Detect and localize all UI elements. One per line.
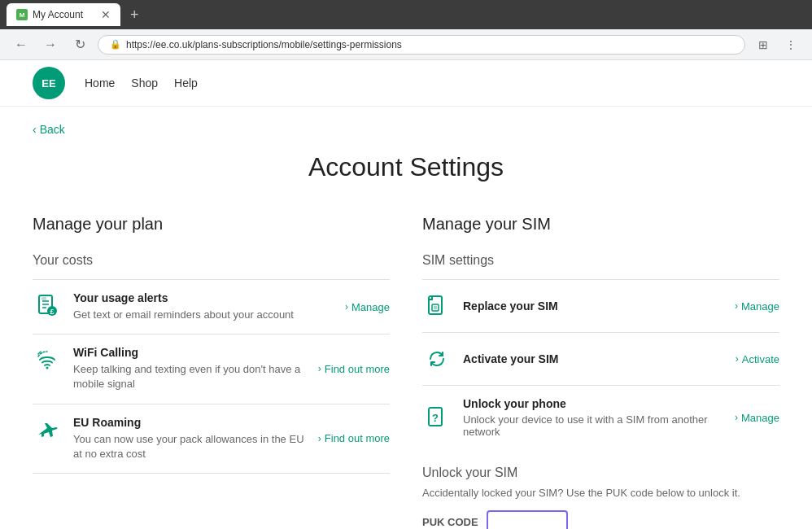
menu-button[interactable]: ⋮ <box>779 33 802 56</box>
svg-rect-10 <box>434 306 437 309</box>
question-sim-icon: ? <box>422 403 452 432</box>
new-tab-button[interactable]: + <box>130 7 139 24</box>
wifi-icon <box>33 346 62 375</box>
chevron-right-icon: › <box>735 412 738 423</box>
chevron-right-icon: › <box>318 433 321 444</box>
replace-sim-content: Replace your SIM <box>463 299 723 313</box>
back-button[interactable]: ← <box>10 33 33 56</box>
unlock-sim-desc: Accidentally locked your SIM? Use the PU… <box>422 487 779 499</box>
replace-sim-action-label: Manage <box>741 300 779 313</box>
site-nav: Home Shop Help <box>85 77 198 90</box>
browser-tab-bar: M My Account ✕ + <box>0 0 812 29</box>
site-header: EE Home Shop Help <box>0 60 812 107</box>
browser-action-icons: ⊞ ⋮ <box>752 33 802 56</box>
usage-alerts-desc: Get text or email reminders about your a… <box>73 308 334 322</box>
sim-settings-subtitle: SIM settings <box>422 253 779 268</box>
nav-help[interactable]: Help <box>174 77 198 90</box>
svg-rect-4 <box>41 297 46 300</box>
refresh-icon <box>422 344 452 374</box>
url-text: https://ee.co.uk/plans-subscriptions/mob… <box>126 39 402 50</box>
replace-sim-action[interactable]: › Manage <box>735 300 779 313</box>
usage-alerts-action-label: Manage <box>351 301 390 313</box>
tab-close-button[interactable]: ✕ <box>101 8 111 21</box>
chevron-right-icon: › <box>736 353 739 365</box>
document-icon: £ <box>33 291 62 321</box>
unlock-phone-title: Unlock your phone <box>463 397 723 410</box>
unlock-phone-action-label: Manage <box>741 412 779 424</box>
unlock-sim-section: Unlock your SIM Accidentally locked your… <box>422 466 779 529</box>
nav-shop[interactable]: Shop <box>131 77 158 90</box>
back-link[interactable]: ‹ Back <box>33 123 779 136</box>
activate-sim-title: Activate your SIM <box>463 352 724 365</box>
forward-button[interactable]: → <box>39 33 62 56</box>
puk-label: PUK CODE <box>422 516 478 528</box>
manage-sim-section: Manage your SIM SIM settings Replace you… <box>422 215 779 529</box>
usage-alerts-action[interactable]: › Manage <box>345 301 390 313</box>
replace-sim-title: Replace your SIM <box>463 299 723 313</box>
chevron-right-icon: › <box>345 301 348 313</box>
plane-icon <box>33 416 62 445</box>
activate-sim-action[interactable]: › Activate <box>736 353 779 365</box>
tab-title: My Account <box>33 9 96 20</box>
puk-code-row: PUK CODE <box>422 510 779 529</box>
eu-roaming-action[interactable]: › Find out more <box>318 432 390 444</box>
eu-roaming-desc: You can now use your pack allowances in … <box>73 432 307 461</box>
unlock-phone-item[interactable]: ? Unlock your phone Unlock your device t… <box>422 385 779 449</box>
sim-icon <box>422 291 452 321</box>
two-column-layout: Manage your plan Your costs £ <box>33 215 779 529</box>
back-chevron-icon: ‹ <box>33 123 37 136</box>
eu-roaming-content: EU Roaming You can now use your pack all… <box>73 416 307 461</box>
usage-alerts-item[interactable]: £ Your usage alerts Get text or email re… <box>33 279 390 334</box>
wifi-calling-content: WiFi Calling Keep talking and texting ev… <box>73 346 307 391</box>
manage-plan-title: Manage your plan <box>33 215 390 234</box>
back-link-label: Back <box>40 123 65 136</box>
chevron-right-icon: › <box>318 363 321 374</box>
nav-home[interactable]: Home <box>85 77 115 90</box>
lock-icon: 🔒 <box>110 39 121 50</box>
browser-tab[interactable]: M My Account ✕ <box>7 3 120 26</box>
svg-point-7 <box>46 367 49 369</box>
usage-alerts-content: Your usage alerts Get text or email remi… <box>73 291 334 322</box>
manage-sim-title: Manage your SIM <box>422 215 779 234</box>
activate-sim-item[interactable]: Activate your SIM › Activate <box>422 332 779 385</box>
wifi-calling-title: WiFi Calling <box>73 346 307 359</box>
unlock-phone-action[interactable]: › Manage <box>735 412 779 424</box>
svg-text:£: £ <box>50 308 54 316</box>
unlock-phone-content: Unlock your phone Unlock your device to … <box>463 397 723 438</box>
chevron-right-icon: › <box>735 300 738 312</box>
extensions-button[interactable]: ⊞ <box>752 33 775 56</box>
your-costs-subtitle: Your costs <box>33 253 390 268</box>
puk-input[interactable] <box>487 510 568 529</box>
browser-nav-bar: ← → ↻ 🔒 https://ee.co.uk/plans-subscript… <box>0 29 812 60</box>
activate-sim-content: Activate your SIM <box>463 352 724 365</box>
eu-roaming-action-label: Find out more <box>325 432 390 444</box>
eu-roaming-title: EU Roaming <box>73 416 307 429</box>
page-title: Account Settings <box>33 152 779 182</box>
manage-plan-section: Manage your plan Your costs £ <box>33 215 390 529</box>
usage-alerts-title: Your usage alerts <box>73 291 334 304</box>
replace-sim-item[interactable]: Replace your SIM › Manage <box>422 279 779 332</box>
refresh-button[interactable]: ↻ <box>68 33 91 56</box>
address-bar[interactable]: 🔒 https://ee.co.uk/plans-subscriptions/m… <box>98 35 745 55</box>
wifi-calling-desc: Keep talking and texting even if you don… <box>73 362 307 391</box>
svg-text:?: ? <box>432 412 439 424</box>
wifi-calling-action[interactable]: › Find out more <box>318 363 390 375</box>
wifi-calling-item[interactable]: WiFi Calling Keep talking and texting ev… <box>33 334 390 403</box>
unlock-sim-title: Unlock your SIM <box>422 466 779 480</box>
wifi-calling-action-label: Find out more <box>325 363 390 375</box>
activate-sim-action-label: Activate <box>742 353 779 365</box>
eu-roaming-item[interactable]: EU Roaming You can now use your pack all… <box>33 404 390 474</box>
ee-logo: EE <box>33 67 65 99</box>
tab-favicon: M <box>16 9 28 20</box>
unlock-phone-desc: Unlock your device to use it with a SIM … <box>463 413 723 438</box>
page-content: ‹ Back Account Settings Manage your plan… <box>0 123 812 529</box>
